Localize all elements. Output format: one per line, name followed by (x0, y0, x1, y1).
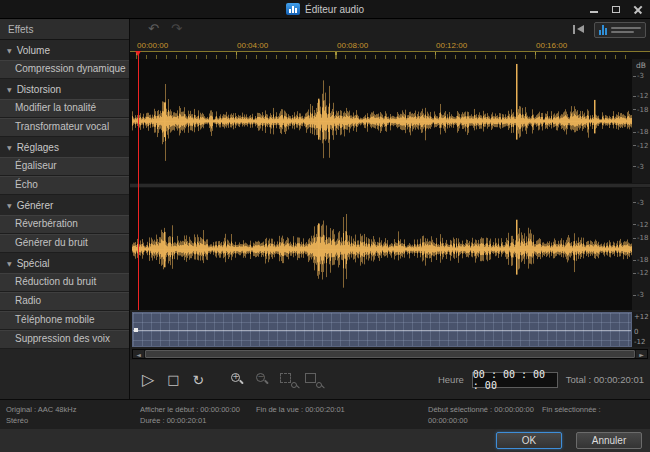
ok-button[interactable]: OK (496, 432, 562, 449)
collapse-triangle-icon: ▼ (7, 47, 12, 54)
effect-group-volume[interactable]: ▼ Volume (0, 40, 129, 60)
db-scale-label: -12 (633, 269, 648, 277)
zoom-fit-magnifier-icon (316, 382, 322, 388)
zoom-out-icon: − (256, 373, 265, 382)
effect-group-generer[interactable]: ▼ Générer (0, 195, 129, 215)
maximize-button[interactable] (610, 4, 623, 16)
scrollbar-thumb[interactable] (145, 350, 635, 358)
zoom-out-button[interactable]: − (254, 371, 272, 389)
gain-scale-label: 0 (634, 328, 638, 336)
db-scale-label: -3 (633, 291, 644, 299)
total-duration-label: Total : 00:00:20:01 (566, 374, 644, 385)
effect-group-distorsion[interactable]: ▼ Distorsion (0, 79, 129, 99)
db-unit-label: dB (636, 61, 646, 70)
effect-item-modifier-la-tonalite[interactable]: Modifier la tonalité (0, 99, 129, 118)
zoom-selection-button[interactable] (279, 371, 297, 389)
effect-item-echo[interactable]: Écho (0, 176, 129, 195)
ruler-tick-label: 00:04:00 (237, 41, 268, 50)
effect-group-reglages[interactable]: ▼ Réglages (0, 137, 129, 157)
undo-button[interactable]: ↶ (148, 21, 159, 36)
effect-group-label: Spécial (17, 258, 50, 269)
waveform-canvas-right[interactable] (132, 188, 632, 310)
effect-group-label: Distorsion (17, 84, 61, 95)
effects-panel: Effets ▼ Volume Compression dynamique ▼ … (0, 19, 130, 399)
title-center: Éditeur audio (0, 0, 650, 18)
window-controls (588, 0, 645, 19)
collapse-triangle-icon: ▼ (7, 86, 12, 93)
effect-item-transformateur-vocal[interactable]: Transformateur vocal (0, 118, 129, 137)
db-scale-label: -18 (633, 234, 648, 242)
ruler-tick-strip (130, 51, 650, 59)
volume-keyframe-dot[interactable] (134, 328, 138, 332)
loop-button[interactable]: ↻ (193, 373, 205, 387)
ruler-tick-label: 00:12:00 (436, 41, 467, 50)
effect-item-compression-dynamique[interactable]: Compression dynamique (0, 60, 129, 79)
effect-item-suppression-des-voix[interactable]: Suppression des voix (0, 330, 129, 349)
db-scale-label: -12 (633, 92, 648, 100)
timeline-ruler[interactable]: 00:00:00 00:04:00 00:08:00 00:12:00 00:1… (130, 41, 650, 59)
titlebar: Éditeur audio (0, 0, 650, 19)
volume-envelope-row: +12 0 -12 (130, 312, 650, 347)
db-scale-left: dB -3 -12 -18 -18 -12 -3 (632, 59, 650, 183)
preview-options-text-lines (611, 27, 641, 33)
effect-group-label: Volume (17, 45, 50, 56)
status-view-start: Afficher le début : 00:00:00:00 (140, 405, 240, 414)
time-label: Heure (438, 374, 464, 385)
window-title: Éditeur audio (305, 4, 364, 15)
scroll-left-arrow-icon[interactable]: ◄ (133, 350, 144, 358)
gain-scale-label: +12 (634, 313, 649, 321)
close-button[interactable] (632, 4, 645, 16)
current-time-display: 00 : 00 : 00 : 00 (472, 372, 558, 388)
db-scale-label: -18 (633, 256, 648, 264)
effect-item-generer-du-bruit[interactable]: Générer du bruit (0, 234, 129, 253)
audio-levels-icon (599, 25, 607, 35)
playhead-flag-icon (135, 51, 141, 56)
audio-editor-window: Éditeur audio Effets ▼ Volume Compressio… (0, 0, 650, 452)
collapse-triangle-icon: ▼ (7, 260, 12, 267)
status-channels: Stéréo (6, 415, 76, 426)
gain-scale: +12 0 -12 (632, 312, 650, 347)
stop-button[interactable]: □ (167, 373, 179, 386)
effect-item-reduction-du-bruit[interactable]: Réduction du bruit (0, 273, 129, 292)
db-scale-label: -12 (633, 221, 648, 229)
waveform-channel-left: dB -3 -12 -18 -18 -12 -3 (130, 59, 650, 183)
waveform-canvas-left[interactable] (132, 59, 632, 183)
volume-envelope-line[interactable] (133, 330, 631, 331)
db-scale-label: -3 (633, 72, 644, 80)
effect-item-reverberation[interactable]: Réverbération (0, 215, 129, 234)
go-to-start-icon-button[interactable] (572, 25, 588, 35)
db-scale-label: -3 (633, 199, 644, 207)
effect-item-egaliseur[interactable]: Égaliseur (0, 157, 129, 176)
ruler-tick-label: 00:16:00 (536, 41, 567, 50)
preview-options-button[interactable] (594, 22, 646, 38)
zoom-in-button[interactable]: + (229, 371, 247, 389)
play-button[interactable]: ▷ (142, 372, 154, 388)
db-scale-right: -3 -12 -18 -18 -12 -3 (632, 188, 650, 310)
db-scale-label: -12 (633, 142, 648, 150)
playhead[interactable] (138, 51, 139, 310)
minimize-button[interactable] (588, 4, 601, 16)
status-file-info: Original : AAC 48kHz Stéréo (6, 404, 76, 426)
ruler-tick-label: 00:08:00 (337, 41, 368, 50)
status-bar: Original : AAC 48kHz Stéréo Afficher le … (0, 399, 650, 429)
scroll-right-arrow-icon[interactable]: ► (636, 350, 647, 358)
effect-group-label: Générer (17, 200, 54, 211)
collapse-triangle-icon: ▼ (7, 144, 12, 151)
status-view-info: Afficher le début : 00:00:00:00Fin de la… (140, 404, 361, 426)
volume-envelope-strip[interactable] (132, 312, 632, 347)
cancel-button[interactable]: Annuler (576, 432, 642, 449)
status-original: Original : AAC 48kHz (6, 404, 76, 415)
status-view-duration: Durée : 00:00:20:01 (140, 415, 361, 426)
effect-item-telephone-mobile[interactable]: Téléphone mobile (0, 311, 129, 330)
status-selection-start: Début sélectionné : 00:00:00:00 (428, 405, 534, 414)
effect-group-special[interactable]: ▼ Spécial (0, 253, 129, 273)
ruler-timestamps: 00:00:00 00:04:00 00:08:00 00:12:00 00:1… (136, 41, 632, 51)
status-view-end: Fin de la vue : 00:00:20:01 (256, 405, 345, 414)
redo-button[interactable]: ↷ (171, 21, 182, 36)
effect-item-radio[interactable]: Radio (0, 292, 129, 311)
zoom-fit-button[interactable] (304, 371, 322, 389)
gain-scale-label: -12 (634, 338, 645, 346)
horizontal-scrollbar[interactable]: ◄ ► (132, 349, 648, 359)
editor-toolbar: ↶ ↷ (130, 19, 650, 41)
waveform-channel-right: -3 -12 -18 -18 -12 -3 (130, 188, 650, 310)
